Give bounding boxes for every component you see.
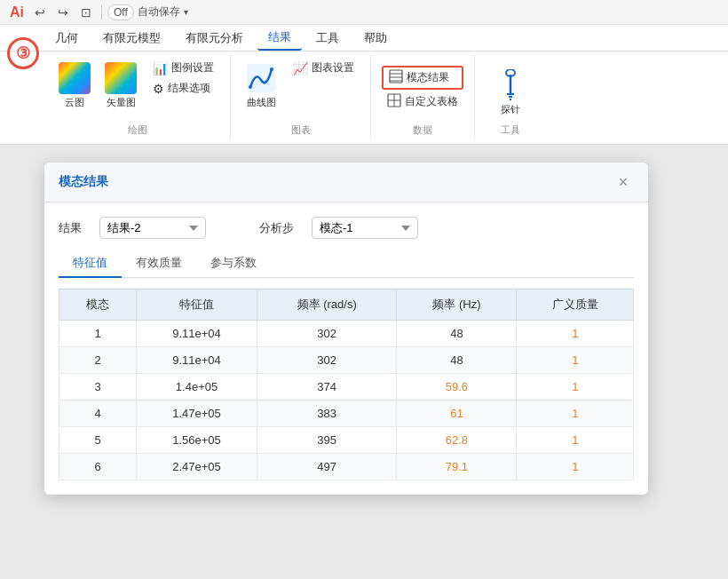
main-content: 模态结果 × 结果 结果-2 分析步 模态-1 特征值 有效质量 参与系数 [0,145,728,579]
data-group-label: 数据 [413,120,432,137]
analysis-step-select[interactable]: 模态-1 [312,217,418,239]
probe-button[interactable]: 探针 [491,66,530,120]
app-icon: Ai [7,3,27,22]
vector-label: 矢量图 [107,96,136,109]
table-cell: 383 [257,401,396,427]
table-cell: 497 [257,454,396,480]
table-cell: 1 [517,321,634,347]
table-cell: 1 [517,454,634,480]
table-cell: 5 [59,427,137,454]
table-row: 31.4e+0537459.61 [59,374,634,401]
table-row: 51.56e+0539562.81 [59,427,634,454]
svg-point-2 [270,67,273,71]
ribbon-tools-items: 探针 [491,59,530,120]
tab-eigenvalue[interactable]: 特征值 [59,250,122,278]
result-label: 结果 [59,220,82,236]
custom-table-button[interactable]: 自定义表格 [382,91,463,112]
table-cell: 6 [59,454,137,480]
curve-chart-icon [245,62,277,94]
table-cell: 62.8 [397,427,517,454]
legend-settings-icon: 📊 [153,61,168,75]
table-cell: 1 [517,347,634,374]
ribbon-group-chart: 曲线图 📈 图表设置 图表 [231,55,371,140]
ribbon-drawing-items: 云图 矢量图 📊 图例设置 ⚙ 结果选项 [55,59,219,120]
col-header-freq-hz: 频率 (Hz) [397,290,517,321]
col-header-gen-mass: 广义质量 [517,290,634,321]
result-options-button[interactable]: ⚙ 结果选项 [147,79,219,98]
divider [101,5,102,20]
contour-label: 云图 [65,96,84,109]
autosave-dropdown-icon[interactable]: ▾ [184,7,188,17]
modal-body: 结果 结果-2 分析步 模态-1 特征值 有效质量 参与系数 模态 [44,202,648,495]
menu-item-tools[interactable]: 工具 [305,27,350,50]
table-cell: 302 [257,321,396,347]
ribbon-group-tools: 探针 工具 [475,55,546,140]
drawing-group-label: 绘图 [128,120,147,137]
table-cell: 1.56e+05 [137,427,257,454]
menu-item-results[interactable]: 结果 [257,26,302,51]
table-cell: 1 [517,427,634,454]
table-cell: 61 [397,401,517,427]
table-cell: 48 [397,347,517,374]
form-row: 结果 结果-2 分析步 模态-1 [59,217,634,239]
redo-icon[interactable]: ↪ [53,3,73,22]
modal-results-button[interactable]: 模态结果 [382,66,463,90]
step-badge: ③ [7,37,39,69]
menu-item-help[interactable]: 帮助 [353,27,398,50]
custom-table-icon [387,93,401,110]
result-options-label: 结果选项 [168,81,210,96]
table-row: 29.11e+04302481 [59,347,634,374]
menu-item-fem-model[interactable]: 有限元模型 [92,27,171,50]
menu-bar: 几何 有限元模型 有限元分析 结果 工具 帮助 [0,25,728,52]
table-cell: 302 [257,347,396,374]
undo-icon[interactable]: ↩ [30,3,50,22]
legend-settings-label: 图例设置 [171,60,214,75]
ribbon-chart-items: 曲线图 📈 图表设置 [241,59,360,120]
table-cell: 2.47e+05 [137,454,257,480]
menu-item-fem-analysis[interactable]: 有限元分析 [175,27,254,50]
drawing-small-buttons: 📊 图例设置 ⚙ 结果选项 [147,59,219,98]
curve-chart-label: 曲线图 [247,96,276,109]
table-cell: 79.1 [397,454,517,480]
col-header-mode: 模态 [59,290,137,321]
modal-results-icon [389,69,403,86]
save-icon[interactable]: ⊡ [76,3,96,22]
table-cell: 374 [257,374,396,401]
autosave-label: 自动保存 [138,4,180,20]
menu-item-geometry[interactable]: 几何 [44,27,89,50]
autosave-off-label: Off [114,6,128,19]
ribbon-group-drawing: 云图 矢量图 📊 图例设置 ⚙ 结果选项 绘图 [44,55,231,140]
modal-tabs: 特征值 有效质量 参与系数 [59,250,634,278]
modal-close-button[interactable]: × [613,171,634,193]
results-table: 模态 特征值 频率 (rad/s) 频率 (Hz) 广义质量 19.11e+04… [59,289,634,480]
table-cell: 48 [397,321,517,347]
chart-settings-icon: 📈 [293,61,308,75]
probe-label: 探针 [501,103,520,116]
table-row: 62.47e+0549779.11 [59,454,634,480]
data-small-buttons: 模态结果 自定义表格 [382,66,463,112]
chart-settings-label: 图表设置 [312,60,354,75]
curve-chart-button[interactable]: 曲线图 [241,59,281,113]
tab-effective-mass[interactable]: 有效质量 [122,250,196,278]
top-toolbar: Ai ↩ ↪ ⊡ Off 自动保存 ▾ [0,0,728,25]
table-cell: 59.6 [397,374,517,401]
table-cell: 3 [59,374,137,401]
chart-settings-button[interactable]: 📈 图表设置 [288,59,360,77]
result-options-icon: ⚙ [153,82,164,96]
table-row: 41.47e+05383611 [59,401,634,427]
result-select[interactable]: 结果-2 [99,217,206,239]
analysis-step-label: 分析步 [259,220,294,236]
modal-dialog: 模态结果 × 结果 结果-2 分析步 模态-1 特征值 有效质量 参与系数 [44,163,648,495]
vector-button[interactable]: 矢量图 [101,59,140,113]
autosave-toggle[interactable]: Off [107,4,134,20]
table-cell: 1.4e+05 [137,374,257,401]
contour-button[interactable]: 云图 [55,59,94,113]
custom-table-label: 自定义表格 [405,94,458,109]
table-cell: 1 [517,401,634,427]
legend-settings-button[interactable]: 📊 图例设置 [147,59,219,77]
col-header-freq-rad: 频率 (rad/s) [257,290,396,321]
probe-icon [495,69,526,101]
tab-participation[interactable]: 参与系数 [196,250,271,278]
tools-group-label: 工具 [501,120,520,137]
col-header-eigenvalue: 特征值 [137,290,257,321]
